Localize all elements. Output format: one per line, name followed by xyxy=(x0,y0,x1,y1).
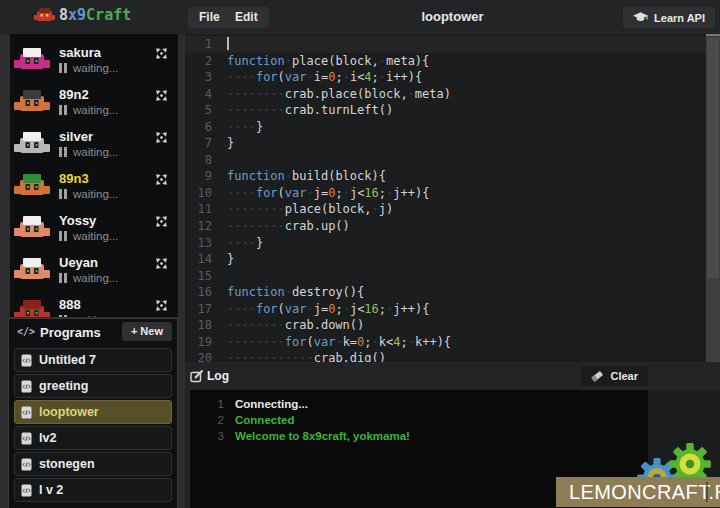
line-number: 20 xyxy=(185,350,221,362)
crab-avatar-icon xyxy=(14,172,50,199)
program-item[interactable]: Untitled 7 xyxy=(14,348,172,372)
code-brackets-icon: </> xyxy=(17,326,35,337)
clear-button[interactable]: Clear xyxy=(581,366,648,386)
move-icon[interactable] xyxy=(154,46,169,61)
crab-avatar-icon xyxy=(14,130,50,157)
player-row[interactable]: 888 waiting... xyxy=(10,290,178,317)
editor-line: 17····for(var·j=0;·j<16;·j++){ xyxy=(185,301,706,318)
log-title: Log xyxy=(207,369,229,383)
player-row[interactable]: silver waiting... xyxy=(10,122,178,164)
code-text: ····for(var·j=0;·j<16;·j++){ xyxy=(221,302,429,316)
code-text xyxy=(221,269,227,283)
editor-line: 1 xyxy=(185,36,706,53)
log-icon xyxy=(190,369,204,383)
line-number: 2 xyxy=(185,53,221,70)
editor-line: 6····} xyxy=(185,119,706,136)
player-row[interactable]: Ueyan waiting... xyxy=(10,248,178,290)
crab-avatar-icon xyxy=(14,88,50,115)
program-item[interactable]: greeting xyxy=(14,374,172,398)
code-text: } xyxy=(221,136,234,150)
move-icon[interactable] xyxy=(154,172,169,187)
code-text: ········crab.turnLeft() xyxy=(221,103,393,117)
eraser-icon xyxy=(591,370,604,382)
move-icon[interactable] xyxy=(154,256,169,271)
program-label: l v 2 xyxy=(39,483,63,497)
player-name: silver xyxy=(59,129,118,144)
player-row[interactable]: Yossy waiting... xyxy=(10,206,178,248)
move-icon[interactable] xyxy=(154,130,169,145)
log-line-number: 3 xyxy=(190,428,235,444)
graduation-cap-icon xyxy=(633,12,648,23)
line-number: 17 xyxy=(185,301,221,318)
editor-scrollbar[interactable] xyxy=(706,34,720,362)
editor-line: 12········crab.up() xyxy=(185,218,706,235)
editor-line: 18········crab.down() xyxy=(185,317,706,334)
scrollbar-thumb[interactable] xyxy=(707,38,719,278)
learn-api-button[interactable]: Learn API xyxy=(623,7,715,28)
move-icon[interactable] xyxy=(154,298,169,313)
program-item[interactable]: lv2 xyxy=(14,426,172,450)
player-name: 89n2 xyxy=(59,87,118,102)
log-line-text: Connected xyxy=(235,412,294,428)
editor-line: 10····for(var·j=0;·j<16;·j++){ xyxy=(185,185,706,202)
player-status: waiting... xyxy=(59,188,118,200)
code-text: ····} xyxy=(221,120,263,134)
line-number: 4 xyxy=(185,86,221,103)
log-line-text: Connecting... xyxy=(235,396,308,412)
player-row[interactable]: 89n2 waiting... xyxy=(10,80,178,122)
editor-line: 19········for(var·k=0;·k<4;·k++){ xyxy=(185,334,706,351)
watermark-text: LEMONCRAFT.RU xyxy=(569,481,720,504)
code-text: ········crab.place(block,·meta) xyxy=(221,87,451,101)
editor-line: 11········place(block,·j) xyxy=(185,201,706,218)
pause-icon xyxy=(59,231,67,241)
menu-edit-button[interactable]: Edit xyxy=(224,7,269,28)
code-text: ····} xyxy=(221,236,263,250)
crab-logo-icon xyxy=(34,7,55,24)
program-label: stonegen xyxy=(39,457,95,471)
program-label: Untitled 7 xyxy=(39,353,96,367)
line-number: 11 xyxy=(185,201,221,218)
editor-line: 9function·build(block){ xyxy=(185,168,706,185)
code-text: ········place(block,·j) xyxy=(221,202,393,216)
move-icon[interactable] xyxy=(154,214,169,229)
line-number: 9 xyxy=(185,168,221,185)
program-item[interactable]: looptower xyxy=(14,400,172,424)
editor-line: 7} xyxy=(185,135,706,152)
code-text: } xyxy=(221,252,234,266)
editor-line: 16function·destroy(){ xyxy=(185,284,706,301)
editor-line: 5········crab.turnLeft() xyxy=(185,102,706,119)
line-number: 13 xyxy=(185,235,221,252)
line-number: 15 xyxy=(185,268,221,285)
player-name: Yossy xyxy=(59,213,118,228)
program-file-icon xyxy=(21,380,32,393)
new-program-button[interactable]: + New xyxy=(122,322,172,341)
player-status-text: waiting... xyxy=(73,272,118,284)
logo-char: x xyxy=(68,6,77,24)
crab-avatar-icon xyxy=(14,298,50,318)
player-info: 89n3 waiting... xyxy=(59,171,118,200)
player-status: waiting... xyxy=(59,272,118,284)
pause-icon xyxy=(59,189,67,199)
code-editor[interactable]: 12function·place(block,·meta){3····for(v… xyxy=(185,34,706,362)
log-line-number: 2 xyxy=(190,412,235,428)
program-item[interactable]: l v 2 xyxy=(14,478,172,502)
pause-icon xyxy=(59,105,67,115)
player-row[interactable]: sakura waiting... xyxy=(10,38,178,80)
player-info: silver waiting... xyxy=(59,129,118,158)
line-number: 19 xyxy=(185,334,221,351)
learn-api-label: Learn API xyxy=(654,12,705,24)
program-file-icon xyxy=(21,484,32,497)
player-info: Ueyan waiting... xyxy=(59,255,118,284)
program-item[interactable]: stonegen xyxy=(14,452,172,476)
log-line-text: Welcome to 8x9craft, yokmama! xyxy=(235,428,410,444)
editor-line: 8 xyxy=(185,152,706,169)
code-text: ········crab.up() xyxy=(221,219,350,233)
app-window: 8x9Craft File Edit looptower Learn API xyxy=(0,0,720,508)
code-text: function·build(block){ xyxy=(221,169,386,183)
player-row[interactable]: 89n3 waiting... xyxy=(10,164,178,206)
editor-line: 20············crab.dig() xyxy=(185,350,706,362)
move-icon[interactable] xyxy=(154,88,169,103)
log-line: 1Connecting... xyxy=(190,396,648,412)
line-number: 8 xyxy=(185,152,221,169)
player-status-text: waiting... xyxy=(73,314,118,318)
